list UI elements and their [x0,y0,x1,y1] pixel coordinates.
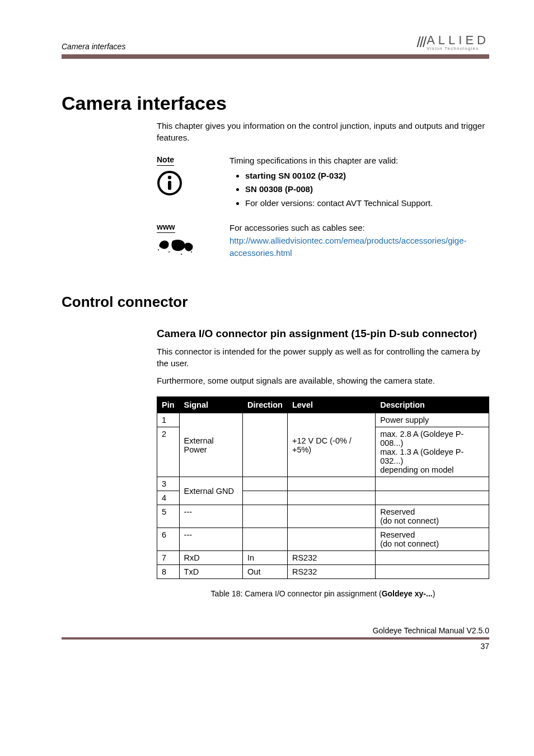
page-footer: Goldeye Technical Manual V2.5.0 37 [62,626,489,651]
note-bullet-2: SN 00308 (P-008) [245,183,489,196]
cell-description: Reserved (do not connect) [376,528,489,551]
note-lead: Timing specifications in this chapter ar… [229,155,489,167]
cell-signal: TxD [179,565,243,579]
logo-main-text: ALLIED [427,34,489,46]
table-caption: Table 18: Camera I/O connector pin assig… [157,589,489,598]
cell-pin: 7 [157,551,180,565]
www-lead: For accessories such as cables see: [229,222,489,235]
cell-description [376,477,489,491]
cell-pin: 2 [157,427,180,477]
cell-direction [243,477,288,491]
cell-signal: RxD [179,551,243,565]
accessories-link[interactable]: http://www.alliedvisiontec.com/emea/prod… [229,236,467,258]
cell-pin: 1 [157,413,180,427]
section-title: Control connector [62,293,489,311]
cell-description: max. 2.8 A (Goldeye P-008...) max. 1.3 A… [376,427,489,477]
table-row: 6 --- Reserved (do not connect) [157,528,489,551]
cell-level: +12 V DC (-0% / +5%) [287,413,375,477]
running-title: Camera interfaces [62,42,125,51]
svg-point-5 [181,254,182,255]
intro-paragraph: This chapter gives you information on th… [157,120,489,143]
cell-level [287,477,375,491]
footer-page-number: 37 [62,642,489,651]
connector-paragraph-1: This connector is intended for the power… [157,346,489,369]
th-direction: Direction [243,397,288,413]
cell-signal: --- [179,528,243,551]
cell-level [287,491,375,505]
svg-point-3 [158,249,159,250]
table-row: 3 External GND [157,477,489,491]
cell-signal: External Power [179,413,243,477]
cell-direction [243,491,288,505]
cell-direction [243,528,288,551]
cell-pin: 8 [157,565,180,579]
cell-pin: 4 [157,491,180,505]
footer-manual-version: Goldeye Technical Manual V2.5.0 [62,626,489,635]
world-map-icon [157,237,213,260]
cell-level: RS232 [287,551,375,565]
cell-direction: In [243,551,288,565]
cell-description [376,551,489,565]
cell-pin: 5 [157,505,180,528]
brand-logo: /// ALLIED Vision Technologies [417,34,490,51]
cell-level: RS232 [287,565,375,579]
table-row: 1 External Power +12 V DC (-0% / +5%) Po… [157,413,489,427]
cell-signal: --- [179,505,243,528]
cell-description: Reserved (do not connect) [376,505,489,528]
th-signal: Signal [179,397,243,413]
page-title: Camera interfaces [62,92,489,114]
table-row: 5 --- Reserved (do not connect) [157,505,489,528]
th-level: Level [287,397,375,413]
svg-point-4 [168,251,170,253]
subsection-title: Camera I/O connector pin assignment (15-… [157,328,489,340]
cell-description: Power supply [376,413,489,427]
cell-direction [243,413,288,477]
info-icon [157,170,213,198]
note-bullet-1: starting SN 00102 (P-032) [245,170,489,183]
header-divider [62,54,489,59]
cell-direction [243,505,288,528]
pin-assignment-table: Pin Signal Direction Level Description 1… [157,396,489,579]
cell-description [376,491,489,505]
cell-level [287,505,375,528]
table-row: 8 TxD Out RS232 [157,565,489,579]
logo-sub-text: Vision Technologies [427,46,489,51]
cell-pin: 6 [157,528,180,551]
note-callout: Note Timing specifications in this chapt… [157,155,489,211]
cell-pin: 3 [157,477,180,491]
logo-slashes-icon: /// [417,34,426,51]
table-row: 7 RxD In RS232 [157,551,489,565]
cell-direction: Out [243,565,288,579]
svg-rect-2 [168,181,171,190]
www-label: www [157,222,175,233]
th-pin: Pin [157,397,180,413]
cell-signal: External GND [179,477,243,505]
footer-divider [62,637,489,640]
svg-point-1 [168,176,171,179]
cell-description [376,565,489,579]
th-description: Description [376,397,489,413]
www-callout: www For accessories such as cables see: … [157,222,489,260]
svg-point-6 [191,251,192,253]
note-label: Note [157,155,174,166]
cell-level [287,528,375,551]
note-bullet-3: For older versions: contact AVT Technica… [245,197,489,210]
page-header: Camera interfaces /// ALLIED Vision Tech… [62,34,489,51]
connector-paragraph-2: Furthermore, some output signals are ava… [157,375,489,386]
